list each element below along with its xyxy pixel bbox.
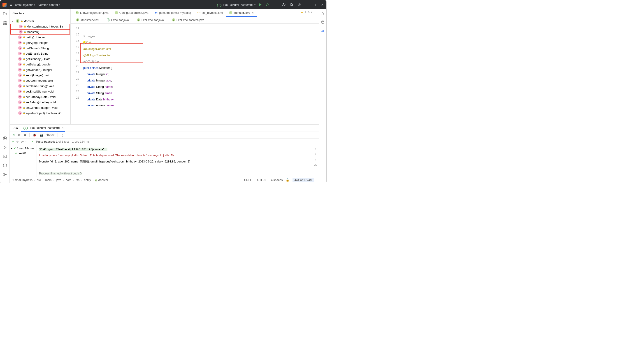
main-menu-button[interactable]: ≡ [10, 2, 12, 7]
stop-icon[interactable]: ◼ [24, 133, 26, 137]
structure-item[interactable]: m🔒getName(): String [10, 45, 70, 51]
svg-point-20 [3, 175, 4, 176]
editor-tab[interactable]: mpom.xml (small-mybatis) [152, 9, 194, 17]
titlebar: ≡ small-mybatis▾ Version control▾ ❮/❯Lxb… [0, 0, 326, 9]
indent[interactable]: 4 spaces [271, 178, 283, 182]
structure-item[interactable]: m🔒Monster(Integer, Integer, Str [10, 24, 70, 29]
tree-root[interactable]: ▾C🔒Monster [10, 18, 70, 24]
memory-indicator[interactable]: 444 of 1774M [293, 178, 314, 182]
editor-tabs: CLxbConfiguration.javaCConfigurationTest… [71, 9, 319, 17]
run-tool-icon[interactable] [3, 145, 7, 150]
services-tool-icon[interactable] [3, 136, 7, 141]
search-icon[interactable] [290, 3, 293, 6]
more-icon[interactable]: ⋮ [61, 133, 64, 137]
debug-button[interactable] [265, 3, 269, 6]
run-tab[interactable]: ❮/❯LxbExecutorTest.test01× [21, 125, 65, 132]
breadcrumb[interactable]: □ small-mybatis › src › main › java › co… [12, 178, 108, 182]
structure-item[interactable]: m🔒setBirthday(Date): void [10, 94, 70, 100]
scroll-down-icon[interactable]: ↓ [315, 152, 316, 156]
editor-tab[interactable]: CConfigurationTest.java [112, 9, 152, 17]
skip-icon[interactable]: ⊘ [16, 140, 19, 143]
print-icon[interactable]: 🖶 [314, 164, 317, 167]
structure-item[interactable]: m🔒getSalary(): double [10, 62, 70, 67]
structure-panel: Structure ▾C🔒Monster m🔒Monster(Integer, … [10, 9, 71, 124]
debug-icon[interactable]: 🐞 [33, 133, 36, 137]
structure-item[interactable]: m🔒setEmail(String): void [10, 89, 70, 94]
structure-tree[interactable]: ▾C🔒Monster m🔒Monster(Integer, Integer, S… [10, 17, 70, 124]
rerun-icon[interactable]: ↻ [12, 133, 15, 137]
editor-subtab[interactable]: CLxbExecutorTest.java [168, 17, 208, 23]
structure-item[interactable]: m🔒getAge(): Integer [10, 40, 70, 45]
structure-item[interactable]: m🔒setId(Integer): void [10, 72, 70, 78]
svg-line-8 [292, 5, 293, 6]
expand-icon[interactable]: › [26, 140, 26, 143]
structure-tool-icon[interactable] [3, 21, 7, 25]
prev-highlight-icon[interactable]: ʌ [308, 10, 310, 13]
left-tool-strip: ⋯ [0, 9, 10, 183]
minimize-button[interactable]: — [305, 3, 309, 6]
console-output[interactable]: "C:\Program Files\Java\jdk1.8.0_181\bin\… [37, 145, 312, 177]
svg-point-7 [290, 3, 293, 6]
encoding[interactable]: UTF-8 [257, 178, 266, 182]
inspection-widget[interactable]: ▲1 ʌ v [300, 10, 312, 13]
warning-icon: ▲ [300, 10, 303, 13]
svg-point-9 [299, 4, 300, 5]
structure-item[interactable]: m🔒getGender(): Integer [10, 67, 70, 72]
project-dropdown[interactable]: small-mybatis▾ [15, 3, 35, 6]
readonly-icon[interactable]: 🔓 [286, 178, 289, 182]
line-ending[interactable]: CRLF [244, 178, 252, 182]
editor-tab[interactable]: CLxbConfiguration.java [72, 9, 112, 17]
run-toolbar: ↻ ⟳ ◼ 🐞 📷 �ękw ⋮ [10, 132, 319, 139]
test-tree[interactable]: ▾✔1 sec 184 ms ✔test01 [10, 145, 37, 177]
close-icon[interactable]: × [252, 11, 254, 14]
structure-item[interactable]: m🔒getBirthday(): Date [10, 56, 70, 62]
database-icon[interactable] [321, 20, 324, 25]
svg-point-19 [3, 173, 4, 174]
more-actions[interactable]: ⋮ [272, 3, 276, 6]
structure-item[interactable]: m🔒setGender(Integer): void [10, 105, 70, 110]
more-tools-icon[interactable]: ⋯ [3, 30, 7, 34]
editor-subtab[interactable]: IExecutor.java [103, 17, 132, 23]
exit-icon[interactable]: �ękw [46, 133, 54, 137]
maven-icon[interactable]: m [321, 29, 324, 33]
svg-rect-10 [3, 21, 4, 22]
settings-icon[interactable] [298, 3, 301, 6]
editor-tab[interactable]: </>lxb_mybatis.xml [194, 9, 226, 17]
editor-subtab[interactable]: CLxbExecutor.java [133, 17, 167, 23]
git-tool-icon[interactable] [3, 172, 7, 177]
editor-subtab[interactable]: CMonster.class [72, 17, 102, 23]
structure-item[interactable]: m🔒equals(Object): boolean ↑O [10, 110, 70, 116]
structure-item[interactable]: m🔒setAge(Integer): void [10, 78, 70, 83]
svg-rect-11 [5, 21, 6, 22]
structure-item[interactable]: m🔒setSalary(double): void [10, 100, 70, 105]
structure-item[interactable]: m🔒getEmail(): String [10, 51, 70, 56]
dump-icon[interactable]: 📷 [40, 133, 43, 137]
terminal-tool-icon[interactable] [3, 154, 7, 159]
run-panel-title: Run [12, 126, 18, 130]
svg-point-22 [322, 21, 324, 22]
vcs-dropdown[interactable]: Version control▾ [38, 3, 60, 6]
structure-item[interactable]: m🔒setName(String): void [10, 83, 70, 89]
project-tool-icon[interactable] [3, 11, 7, 16]
maximize-button[interactable]: □ [313, 3, 316, 6]
close-icon[interactable]: × [62, 126, 64, 130]
next-highlight-icon[interactable]: v [311, 10, 313, 13]
tab-overflow-icon[interactable]: ⋮ [311, 13, 319, 17]
structure-item[interactable]: m🔒getId(): Integer [10, 35, 70, 40]
user-icon[interactable] [282, 3, 286, 6]
run-config-dropdown[interactable]: ❮/❯LxbExecutorTest.test01▾ [216, 3, 256, 6]
editor-tab[interactable]: CMonster.java× [226, 9, 257, 17]
sort-icon[interactable]: ↓≡ [21, 140, 24, 143]
notifications-icon[interactable] [321, 12, 324, 16]
close-window-button[interactable]: ✕ [320, 3, 324, 6]
code-editor[interactable]: 141516171819202122232425 import java.uti… [71, 24, 319, 124]
soft-wrap-icon[interactable]: ≡ [315, 158, 316, 161]
problems-tool-icon[interactable] [3, 163, 7, 168]
editor-area: CLxbConfiguration.javaCConfigurationTest… [71, 9, 319, 124]
rerun-failed-icon[interactable]: ⟳ [18, 133, 21, 137]
structure-item[interactable]: m🔒Monster() [10, 29, 70, 35]
scroll-up-icon[interactable]: ↑ [315, 147, 316, 150]
pass-check-icon[interactable]: ✔ [12, 140, 14, 143]
run-button[interactable] [259, 3, 262, 6]
run-panel: Run ❮/❯LxbExecutorTest.test01× ↻ ⟳ ◼ 🐞 📷… [10, 124, 319, 177]
